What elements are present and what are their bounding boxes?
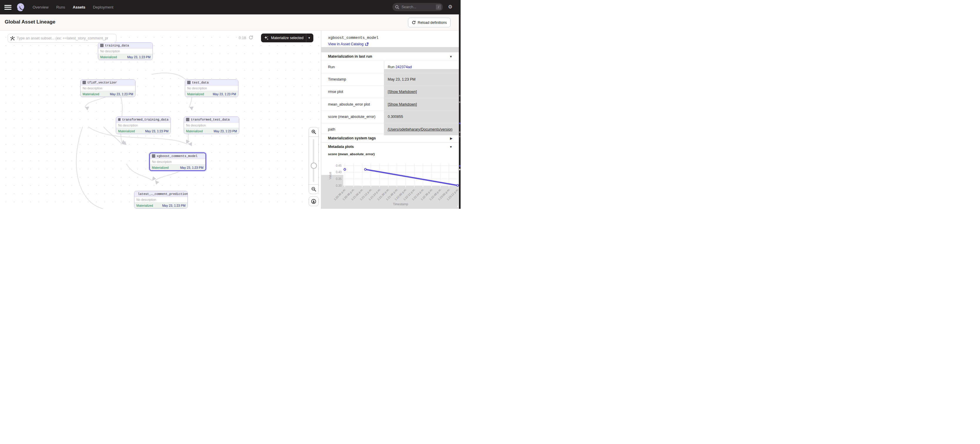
zoom-out-button[interactable] — [309, 185, 318, 194]
nav-tab-deployment[interactable]: Deployment — [93, 5, 113, 10]
svg-text:0.40: 0.40 — [336, 170, 342, 174]
table-icon — [83, 81, 86, 84]
materialization-timestamp: May 23, 1:23 PM — [214, 129, 237, 133]
asset-node-transformed_test_data[interactable]: transformed_test_dataNo descriptionMater… — [184, 116, 239, 134]
asset-node-footer: MaterializedMay 23, 1:23 PM — [184, 128, 239, 134]
status-badge: Materialized — [118, 129, 135, 133]
status-badge: Materialized — [83, 92, 99, 96]
page-title: Global Asset Lineage — [5, 19, 55, 25]
svg-text:0.30: 0.30 — [336, 184, 342, 187]
data-point[interactable] — [364, 169, 366, 170]
zoom-in-button[interactable] — [309, 127, 318, 137]
score-line-chart: 0.300.350.400.45Value1:20:36 p.m.1:20:48… — [321, 159, 459, 209]
asset-node-training_data[interactable]: training_dataNo descriptionMaterializedM… — [98, 42, 153, 60]
asset-node-footer: MaterializedMay 23, 1:23 PM — [116, 128, 170, 134]
asset-node-transformed_training_data[interactable]: transformed_training_dataNo descriptionM… — [116, 116, 171, 134]
data-point[interactable] — [344, 169, 346, 170]
asset-detail-panel: xgboost_comments_model View in Asset Cat… — [321, 30, 459, 209]
run-id-link[interactable]: 242374ad — [395, 65, 412, 69]
materialization-timestamp: May 23, 1:23 PM — [110, 92, 133, 96]
asset-node-footer: MaterializedMay 23, 1:23 PM — [81, 91, 135, 97]
asset-graph-canvas[interactable]: training_dataNo descriptionMaterializedM… — [0, 30, 321, 209]
panel-asset-name: xgboost_comments_model — [328, 36, 379, 40]
metadata-value: Run 242374ad — [384, 61, 459, 73]
materialization-timestamp: May 23, 1:23 PM — [213, 92, 236, 96]
asset-description: No description — [150, 159, 205, 164]
materialization-table: RunRun 242374adTimestampMay 23, 1:23 PMr… — [321, 60, 459, 135]
asset-description: No description — [134, 197, 188, 202]
metadata-value: [Show Markdown] — [384, 86, 459, 98]
dagster-logo[interactable] — [16, 2, 25, 12]
asset-node-footer: MaterializedMay 23, 1:23 PM — [98, 54, 153, 60]
svg-text:0.35: 0.35 — [336, 177, 342, 181]
search-input[interactable]: Search... / — [392, 3, 443, 11]
metadata-row-run: RunRun 242374ad — [321, 60, 459, 73]
asset-node-tfidf_vectorizer[interactable]: tfidf_vectorizerNo descriptionMaterializ… — [80, 80, 135, 97]
highlight-band — [321, 47, 459, 52]
view-in-asset-catalog-link[interactable]: View in Asset Catalog — [328, 42, 369, 46]
nav-tab-runs[interactable]: Runs — [56, 5, 65, 10]
nav-tab-overview[interactable]: Overview — [33, 5, 48, 10]
table-icon — [152, 154, 155, 158]
minimap-mark — [459, 136, 460, 137]
metadata-label: rmse plot — [321, 86, 384, 98]
metadata-row-mean-absolute-error-plot: mean_absolute_error plot[Show Markdown] — [321, 98, 459, 110]
asset-description: No description — [185, 86, 238, 91]
hamburger-menu-icon[interactable] — [5, 5, 11, 10]
zoom-slider-handle[interactable] — [311, 162, 317, 169]
gear-icon[interactable]: ⚙ — [448, 5, 452, 10]
show-markdown-link[interactable]: [Show Markdown] — [388, 90, 417, 94]
minimap-scrollbar[interactable] — [459, 14, 461, 209]
status-badge: Materialized — [152, 166, 169, 169]
materialization-timestamp: May 23, 1:23 PM — [180, 166, 204, 169]
materialize-selected-label: Materialize selected — [271, 36, 303, 40]
asset-node-header: latest_…_comment_predictions — [134, 191, 188, 197]
data-point[interactable] — [457, 185, 458, 186]
refresh-icon — [412, 21, 416, 24]
asset-name: training_data — [105, 44, 129, 47]
asset-name: transformed_training_data — [122, 118, 169, 121]
minimap-mark — [459, 123, 460, 124]
refresh-graph-icon[interactable] — [249, 35, 253, 40]
table-icon — [186, 118, 189, 121]
materialize-selected-button[interactable]: Materialize selected ▼ — [261, 33, 313, 42]
asset-name: tfidf_vectorizer — [87, 81, 117, 84]
section-metadata-plots[interactable]: Metadata plots ▼ — [321, 142, 459, 151]
page-header: Global Asset Lineage Reload definitions — [0, 14, 461, 30]
asset-node-latest_…_comment_predictions[interactable]: latest_…_comment_predictionsNo descripti… — [134, 191, 188, 208]
chevron-down-icon: ▼ — [449, 55, 452, 58]
metadata-label: Timestamp — [321, 73, 384, 85]
materialize-dropdown-caret[interactable]: ▼ — [306, 37, 312, 40]
asset-node-test_data[interactable]: test_dataNo descriptionMaterializedMay 2… — [185, 80, 239, 97]
zoom-controls — [309, 127, 319, 194]
asset-node-footer: MaterializedMay 23, 1:23 PM — [150, 164, 205, 170]
status-badge: Materialized — [100, 55, 117, 59]
reload-definitions-button[interactable]: Reload definitions — [408, 18, 450, 27]
x-axis-label: Timestamp — [393, 202, 408, 206]
metadata-row-timestamp: TimestampMay 23, 1:23 PM — [321, 73, 459, 85]
edge-transformed_training_data-to-xgboost_comments_model — [126, 164, 152, 181]
metadata-label: Run — [321, 61, 384, 73]
minimap-mark — [459, 169, 460, 170]
show-markdown-link[interactable]: [Show Markdown] — [388, 102, 417, 107]
asset-description: No description — [98, 49, 153, 54]
asset-graph-icon — [10, 36, 15, 41]
section-materialization-system-tags[interactable]: Materialization system tags ▶ — [321, 134, 459, 142]
download-graph-button[interactable] — [309, 196, 319, 206]
edge-tfidf_vectorizer-to-latest_…_comment_predictions — [76, 127, 140, 209]
chevron-right-icon: ▶ — [450, 137, 452, 140]
chevron-down-icon: ▼ — [449, 145, 452, 148]
zoom-slider-track[interactable] — [313, 139, 314, 182]
status-badge: Materialized — [187, 92, 204, 96]
nav-tab-assets[interactable]: Assets — [73, 5, 86, 10]
asset-node-footer: MaterializedMay 23, 1:23 PM — [185, 91, 238, 97]
asset-description: No description — [81, 86, 135, 91]
asset-filter-input[interactable]: Type an asset subset... (ex: ++latest_st… — [8, 34, 116, 43]
metadata-row-score-mean-absolute-error-: score (mean_absolute_error)0.300855 — [321, 111, 459, 123]
path-link[interactable]: /Users/odetteharary/Documents/version — [388, 127, 452, 131]
section-materialization-in-last-run[interactable]: Materialization in last run ▼ — [321, 52, 459, 60]
materialization-timestamp: May 23, 1:23 PM — [145, 129, 169, 133]
asset-node-header: test_data — [185, 80, 238, 86]
materialization-timestamp: May 23, 1:23 PM — [127, 55, 151, 59]
asset-node-xgboost_comments_model[interactable]: xgboost_comments_modelNo descriptionMate… — [150, 153, 206, 171]
